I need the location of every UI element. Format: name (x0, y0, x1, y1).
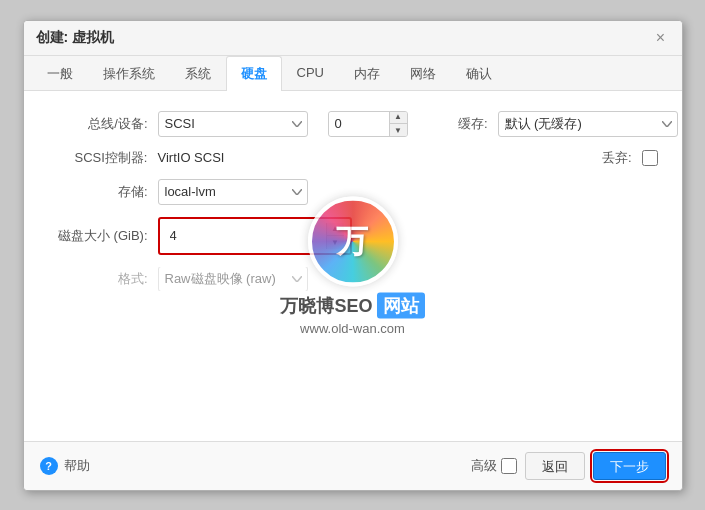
advanced-section: 高级 (471, 457, 517, 475)
tab-disk[interactable]: 硬盘 (226, 56, 282, 91)
next-button[interactable]: 下一步 (593, 452, 666, 480)
discard-checkbox[interactable] (642, 150, 658, 166)
device-spinner-up[interactable]: ▲ (389, 111, 407, 125)
storage-control: local-lvm (158, 179, 658, 205)
format-control: Raw磁盘映像 (raw) (158, 267, 658, 291)
disk-size-spinner-down[interactable]: ▼ (326, 236, 344, 249)
tab-network[interactable]: 网络 (395, 56, 451, 91)
cache-section: 缓存: 默认 (无缓存) (438, 111, 678, 137)
scsi-label: SCSI控制器: (48, 149, 158, 167)
tab-cpu[interactable]: CPU (282, 56, 339, 91)
help-section[interactable]: ? 帮助 (40, 457, 90, 475)
cache-label: 缓存: (438, 115, 498, 133)
bus-select[interactable]: SCSI (158, 111, 308, 137)
bus-device-sections: 总线/设备: SCSI 0 ▲ ▼ (48, 111, 658, 137)
watermark-url: www.old-wan.com (300, 320, 405, 335)
device-input[interactable]: 0 (329, 112, 389, 136)
dialog-title-text: 创建: 虚拟机 (36, 29, 115, 47)
storage-label: 存储: (48, 183, 158, 201)
format-label: 格式: (48, 270, 158, 288)
bus-section: 总线/设备: SCSI 0 ▲ ▼ (48, 111, 408, 137)
tab-bar: 一般 操作系统 系统 硬盘 CPU 内存 网络 确认 (24, 56, 682, 91)
device-spinner: 0 ▲ ▼ (328, 111, 408, 137)
dialog-title-bar: 创建: 虚拟机 × (24, 21, 682, 56)
format-row: 格式: Raw磁盘映像 (raw) (48, 267, 658, 291)
storage-row: 存储: local-lvm (48, 179, 658, 205)
help-label: 帮助 (64, 457, 90, 475)
scsi-control: VirtIO SCSI (158, 150, 552, 165)
disk-size-spinner-up[interactable]: ▲ (326, 223, 344, 237)
tab-confirm[interactable]: 确认 (451, 56, 507, 91)
disk-size-control: 4 ▲ ▼ (158, 217, 658, 255)
format-select[interactable]: Raw磁盘映像 (raw) (158, 267, 308, 291)
watermark-highlight: 网站 (377, 292, 425, 318)
help-icon: ? (40, 457, 58, 475)
watermark-title-text: 万晓博SEO (280, 293, 372, 317)
tab-memory[interactable]: 内存 (339, 56, 395, 91)
watermark-title: 万晓博SEO 网站 (280, 292, 424, 318)
back-button[interactable]: 返回 (525, 452, 585, 480)
create-vm-dialog: 创建: 虚拟机 × 一般 操作系统 系统 硬盘 CPU 内存 网络 确认 总线/… (23, 20, 683, 491)
device-spinner-buttons: ▲ ▼ (389, 111, 407, 137)
discard-section: 丢弃: (582, 149, 658, 167)
disk-size-spinner-buttons: ▲ ▼ (326, 223, 344, 249)
disk-size-input[interactable]: 4 (166, 225, 326, 247)
scsi-value: VirtIO SCSI (158, 150, 225, 165)
tab-system[interactable]: 系统 (170, 56, 226, 91)
scsi-sections: SCSI控制器: VirtIO SCSI 丢弃: (48, 149, 658, 167)
disk-size-row: 磁盘大小 (GiB): 4 ▲ ▼ (48, 217, 658, 255)
scsi-section: SCSI控制器: VirtIO SCSI (48, 149, 552, 167)
dialog-footer: ? 帮助 高级 返回 下一步 (24, 441, 682, 490)
advanced-label: 高级 (471, 457, 497, 475)
cache-select[interactable]: 默认 (无缓存) (498, 111, 678, 137)
close-button[interactable]: × (652, 29, 670, 47)
storage-select[interactable]: local-lvm (158, 179, 308, 205)
tab-general[interactable]: 一般 (32, 56, 88, 91)
footer-actions: 高级 返回 下一步 (471, 452, 666, 480)
bus-controls: SCSI 0 ▲ ▼ (158, 111, 408, 137)
bus-device-label: 总线/设备: (48, 115, 158, 133)
device-spinner-down[interactable]: ▼ (389, 124, 407, 137)
disk-size-highlighted: 4 ▲ ▼ (158, 217, 352, 255)
disk-size-label: 磁盘大小 (GiB): (48, 227, 158, 245)
dialog-content: 总线/设备: SCSI 0 ▲ ▼ (24, 91, 682, 441)
advanced-checkbox[interactable] (501, 458, 517, 474)
tab-os[interactable]: 操作系统 (88, 56, 170, 91)
bus-device-row: 总线/设备: SCSI 0 ▲ ▼ (48, 111, 658, 137)
discard-label: 丢弃: (582, 149, 642, 167)
scsi-row: SCSI控制器: VirtIO SCSI 丢弃: (48, 149, 658, 167)
